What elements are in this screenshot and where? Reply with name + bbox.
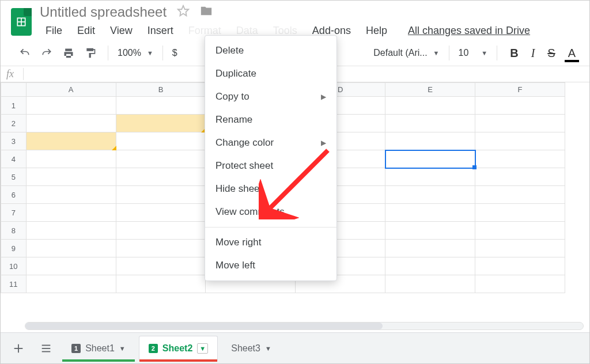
cell[interactable] — [26, 222, 116, 240]
text-color-button[interactable]: A — [565, 47, 579, 60]
cell[interactable] — [116, 257, 206, 275]
cell-active[interactable] — [385, 150, 475, 168]
col-header[interactable]: E — [385, 83, 475, 97]
cell[interactable] — [475, 204, 565, 222]
cell[interactable] — [475, 97, 565, 115]
row-header[interactable]: 4 — [1, 150, 27, 168]
cell[interactable] — [385, 132, 475, 150]
redo-button[interactable] — [39, 45, 55, 61]
row-header[interactable]: 6 — [1, 186, 27, 204]
cell[interactable] — [475, 186, 565, 204]
chevron-down-icon[interactable]: ▼ — [265, 345, 271, 352]
cell[interactable] — [385, 97, 475, 115]
cell[interactable] — [116, 204, 206, 222]
cell[interactable] — [475, 275, 565, 293]
sheet-tab[interactable]: 1 Sheet1 ▼ — [62, 336, 135, 361]
ctx-duplicate[interactable]: Duplicate — [205, 62, 336, 85]
italic-button[interactable]: I — [528, 47, 539, 60]
cell[interactable] — [116, 97, 206, 115]
cell[interactable] — [475, 115, 565, 132]
save-status[interactable]: All changes saved in Drive — [402, 22, 536, 39]
chevron-down-icon[interactable]: ▼ — [197, 343, 208, 354]
row-header[interactable]: 9 — [1, 240, 27, 257]
ctx-view-comments[interactable]: View comments — [205, 200, 336, 223]
print-button[interactable] — [60, 45, 77, 61]
cell[interactable] — [26, 97, 116, 115]
cell[interactable] — [385, 222, 475, 240]
cell[interactable] — [116, 115, 206, 132]
all-sheets-button[interactable] — [34, 338, 58, 359]
row-header[interactable]: 8 — [1, 222, 27, 240]
cell[interactable] — [26, 240, 116, 257]
cell[interactable] — [116, 132, 206, 150]
cell[interactable] — [116, 222, 206, 240]
zoom-dropdown[interactable]: 100% ▼ — [118, 48, 153, 58]
row-header[interactable]: 5 — [1, 168, 27, 186]
strikethrough-button[interactable]: S — [544, 47, 558, 60]
cell[interactable] — [116, 275, 206, 293]
cell[interactable] — [26, 168, 116, 186]
cell[interactable] — [116, 150, 206, 168]
sheet-tab[interactable]: Sheet3 ▼ — [221, 336, 281, 361]
menu-insert[interactable]: Insert — [142, 22, 179, 39]
cell[interactable] — [26, 257, 116, 275]
cell[interactable] — [385, 240, 475, 257]
undo-button[interactable] — [17, 45, 33, 61]
ctx-move-left[interactable]: Move left — [205, 254, 336, 277]
row-header[interactable]: 7 — [1, 204, 27, 222]
cell[interactable] — [475, 168, 565, 186]
cell[interactable] — [26, 204, 116, 222]
ctx-copy-to[interactable]: Copy to▶ — [205, 85, 336, 108]
cell[interactable] — [116, 186, 206, 204]
cell[interactable] — [385, 204, 475, 222]
ctx-hide-sheet[interactable]: Hide sheet — [205, 177, 336, 200]
ctx-protect-sheet[interactable]: Protect sheet — [205, 154, 336, 177]
ctx-move-right[interactable]: Move right — [205, 231, 336, 254]
bold-button[interactable]: B — [506, 47, 521, 60]
ctx-rename[interactable]: Rename — [205, 108, 336, 131]
cell[interactable] — [26, 275, 116, 293]
font-dropdown[interactable]: Default (Ari... ▼ — [373, 48, 439, 58]
doc-title[interactable]: Untitled spreadsheet — [40, 4, 167, 20]
select-all-corner[interactable] — [1, 83, 27, 97]
menu-help[interactable]: Help — [360, 22, 393, 39]
menu-edit[interactable]: Edit — [71, 22, 101, 39]
cell[interactable] — [385, 186, 475, 204]
row-header[interactable]: 2 — [1, 115, 27, 132]
ctx-delete[interactable]: Delete — [205, 39, 336, 62]
horizontal-scrollbar[interactable] — [25, 322, 584, 330]
ctx-change-color[interactable]: Change color▶ — [205, 131, 336, 154]
paint-format-button[interactable] — [82, 45, 99, 61]
cell[interactable] — [475, 132, 565, 150]
cell[interactable] — [475, 222, 565, 240]
sheet-tab-active[interactable]: 2 Sheet2 ▼ — [139, 336, 218, 361]
row-header[interactable]: 3 — [1, 132, 27, 150]
cell[interactable] — [116, 240, 206, 257]
cell[interactable] — [475, 257, 565, 275]
cell[interactable] — [475, 240, 565, 257]
menu-file[interactable]: File — [40, 22, 68, 39]
cell[interactable] — [385, 115, 475, 132]
cell[interactable] — [116, 168, 206, 186]
row-header[interactable]: 10 — [1, 257, 27, 275]
row-header[interactable]: 1 — [1, 97, 27, 115]
star-icon[interactable] — [177, 5, 190, 20]
cell[interactable] — [385, 168, 475, 186]
menu-view[interactable]: View — [104, 22, 138, 39]
cell[interactable] — [26, 186, 116, 204]
cell[interactable] — [26, 150, 116, 168]
col-header[interactable]: B — [116, 83, 206, 97]
currency-button[interactable]: $ — [172, 48, 177, 58]
cell[interactable] — [475, 150, 565, 168]
col-header[interactable]: F — [475, 83, 565, 97]
cell[interactable] — [26, 132, 116, 150]
cell[interactable] — [385, 275, 475, 293]
move-folder-icon[interactable] — [200, 5, 213, 20]
row-header[interactable]: 11 — [1, 275, 27, 293]
cell[interactable] — [26, 115, 116, 132]
col-header[interactable]: A — [26, 83, 116, 97]
font-size-dropdown[interactable]: 10 ▼ — [459, 48, 488, 58]
cell[interactable] — [385, 257, 475, 275]
add-sheet-button[interactable] — [6, 338, 31, 359]
chevron-down-icon[interactable]: ▼ — [119, 345, 126, 352]
